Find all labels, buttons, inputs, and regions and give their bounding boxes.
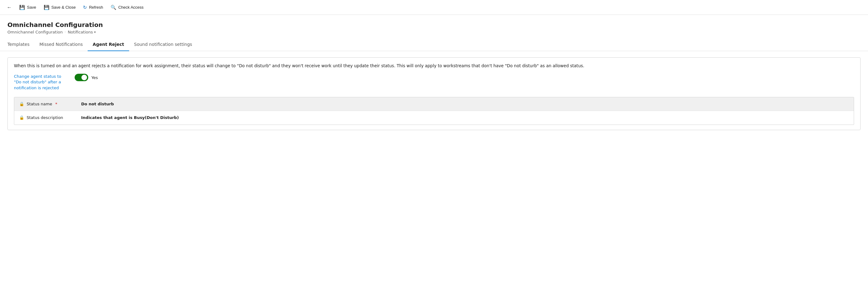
breadcrumb-current-label: Notifications: [68, 30, 93, 34]
toolbar: ← 💾 Save 💾 Save & Close ↻ Refresh 🔍 Chec…: [0, 0, 868, 15]
row-value: Indicates that agent is Busy(Don't Distu…: [76, 112, 854, 123]
check-access-label: Check Access: [118, 5, 144, 9]
tab-templates[interactable]: Templates: [7, 39, 34, 51]
back-icon: ←: [7, 5, 12, 10]
info-box: When this is turned on and an agent reje…: [7, 57, 861, 130]
breadcrumb-current[interactable]: Notifications ▾: [68, 30, 96, 34]
table-row: 🔒Status name*Do not disturb: [14, 97, 854, 111]
save-close-icon: 💾: [44, 5, 50, 10]
row-label: 🔒Status description: [14, 112, 76, 123]
breadcrumb-separator: ·: [64, 30, 66, 34]
info-text: When this is turned on and an agent reje…: [14, 63, 854, 69]
lock-icon: 🔒: [19, 115, 24, 120]
required-marker: *: [55, 101, 57, 106]
refresh-icon: ↻: [83, 5, 87, 10]
save-close-label: Save & Close: [52, 5, 76, 9]
row-value: Do not disturb: [76, 98, 854, 109]
refresh-button[interactable]: ↻ Refresh: [80, 3, 106, 12]
page-header: Omnichannel Configuration Omnichannel Co…: [0, 15, 868, 34]
tab-missed-notifications[interactable]: Missed Notifications: [34, 39, 88, 51]
breadcrumb: Omnichannel Configuration · Notification…: [7, 30, 861, 34]
data-table: 🔒Status name*Do not disturb🔒Status descr…: [14, 97, 854, 125]
lock-icon: 🔒: [19, 101, 24, 106]
label-text: Status description: [27, 115, 63, 120]
save-label: Save: [27, 5, 36, 9]
toggle-slider: [74, 74, 88, 81]
breadcrumb-parent[interactable]: Omnichannel Configuration: [7, 30, 63, 34]
tabs: TemplatesMissed NotificationsAgent Rejec…: [0, 39, 868, 51]
table-row: 🔒Status descriptionIndicates that agent …: [14, 111, 854, 125]
check-access-icon: 🔍: [111, 5, 117, 10]
save-button[interactable]: 💾 Save: [16, 3, 39, 12]
tab-agent-reject[interactable]: Agent Reject: [88, 39, 129, 51]
label-text: Status name: [27, 101, 52, 106]
toggle-label: Change agent status to "Do not disturb" …: [14, 74, 70, 91]
save-close-button[interactable]: 💾 Save & Close: [40, 3, 79, 12]
toggle-yes-label: Yes: [91, 75, 98, 80]
toggle-control: Yes: [74, 74, 98, 81]
save-icon: 💾: [19, 5, 25, 10]
refresh-label: Refresh: [89, 5, 103, 9]
tab-sound-notification[interactable]: Sound notification settings: [129, 39, 197, 51]
chevron-down-icon: ▾: [94, 30, 96, 34]
row-label: 🔒Status name*: [14, 98, 76, 109]
page-title: Omnichannel Configuration: [7, 21, 861, 29]
main-content: When this is turned on and an agent reje…: [0, 51, 868, 136]
back-button[interactable]: ←: [4, 3, 15, 12]
check-access-button[interactable]: 🔍 Check Access: [107, 3, 147, 12]
toggle-section: Change agent status to "Do not disturb" …: [14, 74, 854, 91]
toggle-switch[interactable]: [74, 74, 88, 81]
